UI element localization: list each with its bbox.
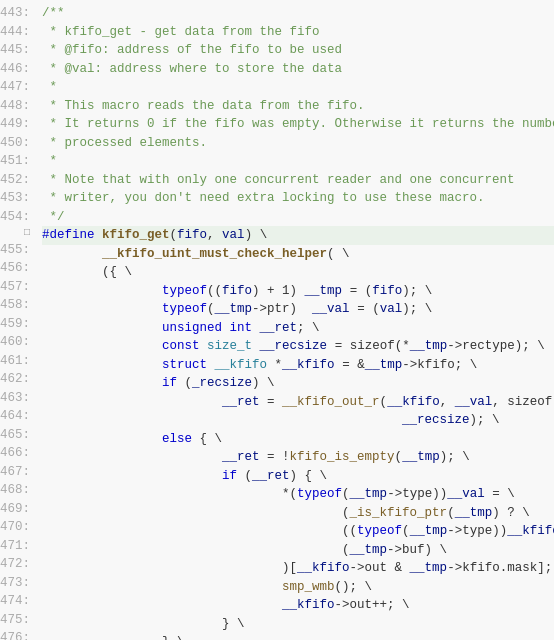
line-number: 443:	[0, 4, 30, 23]
line-number: 473:	[0, 574, 30, 593]
code-line: const size_t __recsize = sizeof(*__tmp->…	[42, 337, 554, 356]
line-number: 448:	[0, 97, 30, 116]
code-line: * Note that with only one concurrent rea…	[42, 171, 554, 190]
code-line: #define kfifo_get(fifo, val) \	[42, 226, 554, 245]
line-number: 471:	[0, 537, 30, 556]
line-number: 456:	[0, 259, 30, 278]
line-number: 451:	[0, 152, 30, 171]
code-line: * @val: address where to store the data	[42, 60, 554, 79]
code-line: else { \	[42, 430, 554, 449]
code-line: /**	[42, 4, 554, 23]
line-number: □455:	[0, 226, 30, 259]
line-number: 462:	[0, 370, 30, 389]
line-number: 447:	[0, 78, 30, 97]
code-line: } \	[42, 633, 554, 640]
line-number: 466:	[0, 444, 30, 463]
line-number: 453:	[0, 189, 30, 208]
code-line: __kfifo->out++; \	[42, 596, 554, 615]
code-line: struct __kfifo *__kfifo = &__tmp->kfifo;…	[42, 356, 554, 375]
code-line: *	[42, 78, 554, 97]
code-line: ({ \	[42, 263, 554, 282]
code-line: smp_wmb(); \	[42, 578, 554, 597]
line-number: 464:	[0, 407, 30, 426]
line-number: 446:	[0, 60, 30, 79]
line-number: 444:	[0, 23, 30, 42]
line-numbers: 443:444:445:446:447:448:449:450:451:452:…	[0, 4, 38, 640]
line-number: 468:	[0, 481, 30, 500]
code-line: (_is_kfifo_ptr(__tmp) ? \	[42, 504, 554, 523]
code-line: if (_recsize) \	[42, 374, 554, 393]
code-line: ((typeof(__tmp->type))__kfifo->data) : \	[42, 522, 554, 541]
line-number: 460:	[0, 333, 30, 352]
code-line: * processed elements.	[42, 134, 554, 153]
line-number: 445:	[0, 41, 30, 60]
code-line: __recsize); \	[42, 411, 554, 430]
line-number: 461:	[0, 352, 30, 371]
line-number: 469:	[0, 500, 30, 519]
code-line: *	[42, 152, 554, 171]
code-line: * @fifo: address of the fifo to be used	[42, 41, 554, 60]
code-line: } \	[42, 615, 554, 634]
line-number: 476:	[0, 629, 30, 640]
line-number: 449:	[0, 115, 30, 134]
line-number: 452:	[0, 171, 30, 190]
line-number: 472:	[0, 555, 30, 574]
line-number: 459:	[0, 315, 30, 334]
line-number: 470:	[0, 518, 30, 537]
code-line: __kfifo_uint_must_check_helper( \	[42, 245, 554, 264]
line-number: 457:	[0, 278, 30, 297]
code-line: (__tmp->buf) \	[42, 541, 554, 560]
line-number: 467:	[0, 463, 30, 482]
code-line: * It returns 0 if the fifo was empty. Ot…	[42, 115, 554, 134]
code-container: 443:444:445:446:447:448:449:450:451:452:…	[0, 0, 554, 640]
line-number: 463:	[0, 389, 30, 408]
line-number: 458:	[0, 296, 30, 315]
code-line: if (__ret) { \	[42, 467, 554, 486]
code-line: __ret = __kfifo_out_r(__kfifo, __val, si…	[42, 393, 554, 412]
code-line: __ret = !kfifo_is_empty(__tmp); \	[42, 448, 554, 467]
line-number: 475:	[0, 611, 30, 630]
code-line: typeof(__tmp->ptr) __val = (val); \	[42, 300, 554, 319]
code-line: */	[42, 208, 554, 227]
code-line: unsigned int __ret; \	[42, 319, 554, 338]
code-line: * writer, you don't need extra locking t…	[42, 189, 554, 208]
line-number: 454:	[0, 208, 30, 227]
code-line: )[__kfifo->out & __tmp->kfifo.mask]; \	[42, 559, 554, 578]
line-number: 465:	[0, 426, 30, 445]
code-lines: /** * kfifo_get - get data from the fifo…	[38, 4, 554, 640]
code-line: * kfifo_get - get data from the fifo	[42, 23, 554, 42]
code-line: typeof((fifo) + 1) __tmp = (fifo); \	[42, 282, 554, 301]
line-number: 474:	[0, 592, 30, 611]
code-line: * This macro reads the data from the fif…	[42, 97, 554, 116]
line-number: 450:	[0, 134, 30, 153]
code-line: *(typeof(__tmp->type))__val = \	[42, 485, 554, 504]
